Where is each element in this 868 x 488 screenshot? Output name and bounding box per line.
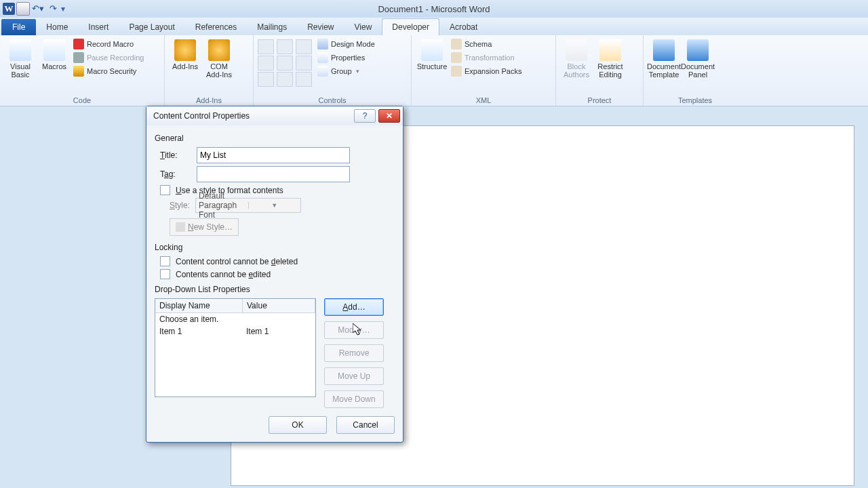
picture-control-icon[interactable] bbox=[296, 39, 312, 54]
lock-edit-label: Contents cannot be edited bbox=[176, 270, 271, 279]
window-title: Document1 - Microsoft Word bbox=[0, 4, 868, 14]
group-addins: Add-Ins COM Add-Ins Add-Ins bbox=[165, 35, 254, 106]
col-value[interactable]: Value bbox=[243, 299, 315, 312]
design-mode-button[interactable]: Design Mode bbox=[316, 38, 376, 50]
legacy-tools-icon[interactable] bbox=[296, 72, 312, 87]
block-authors-button: Block Authors bbox=[560, 37, 593, 79]
tab-insert[interactable]: Insert bbox=[78, 18, 119, 35]
group-button[interactable]: Group▾ bbox=[316, 65, 376, 77]
dialog-titlebar: Content Control Properties ? ✕ bbox=[146, 106, 403, 125]
list-item[interactable]: Item 1 Item 1 bbox=[155, 325, 315, 338]
group-xml: Structure Schema Transformation Expansio… bbox=[412, 35, 556, 106]
col-display-name[interactable]: Display Name bbox=[155, 299, 243, 312]
dropdown-control-icon[interactable] bbox=[296, 56, 312, 70]
group-title-code: Code bbox=[4, 96, 160, 106]
ribbon-tabs: File Home Insert Page Layout References … bbox=[0, 18, 868, 35]
ok-button[interactable]: OK bbox=[269, 416, 327, 434]
document-panel-button[interactable]: Document Panel bbox=[682, 37, 714, 79]
schema-button[interactable]: Schema bbox=[450, 38, 523, 50]
tab-acrobat[interactable]: Acrobat bbox=[439, 18, 488, 35]
tab-view[interactable]: View bbox=[344, 18, 382, 35]
group-title-controls: Controls bbox=[258, 96, 407, 106]
tab-developer[interactable]: Developer bbox=[382, 18, 439, 35]
record-macro-button[interactable]: Record Macro bbox=[72, 38, 145, 50]
section-dropdown-list: Drop-Down List Properties bbox=[155, 285, 395, 294]
tab-page-layout[interactable]: Page Layout bbox=[119, 18, 184, 35]
document-template-button[interactable]: Document Template bbox=[648, 37, 680, 79]
pause-recording-button: Pause Recording bbox=[72, 52, 145, 64]
plain-text-control-icon[interactable] bbox=[277, 39, 293, 54]
dialog-help-button[interactable]: ? bbox=[354, 109, 376, 123]
structure-button[interactable]: Structure bbox=[416, 37, 448, 70]
dialog-title: Content Control Properties bbox=[153, 111, 250, 121]
section-locking: Locking bbox=[155, 243, 395, 252]
dialog-close-button[interactable]: ✕ bbox=[378, 109, 400, 123]
group-templates: Document Template Document Panel Templat… bbox=[644, 35, 747, 106]
list-item[interactable]: Choose an item. bbox=[155, 313, 315, 325]
group-code: Visual Basic Macros Record Macro Pause R… bbox=[0, 35, 165, 106]
dropdown-list-box[interactable]: Display Name Value Choose an item. Item … bbox=[155, 298, 316, 397]
group-controls: Design Mode Properties Group▾ Controls bbox=[254, 35, 412, 106]
qat-customize-icon[interactable]: ▾ bbox=[61, 4, 69, 14]
tab-mailings[interactable]: Mailings bbox=[247, 18, 297, 35]
transformation-button: Transformation bbox=[450, 52, 523, 64]
building-block-control-icon[interactable] bbox=[258, 56, 274, 70]
com-addins-button[interactable]: COM Add-Ins bbox=[203, 37, 235, 79]
undo-icon[interactable]: ↶▾ bbox=[31, 3, 45, 15]
group-title-xml: XML bbox=[416, 96, 551, 106]
cancel-button[interactable]: Cancel bbox=[336, 416, 395, 434]
redo-icon[interactable]: ↷ bbox=[46, 3, 60, 15]
group-protect: Block Authors Restrict Editing Protect bbox=[556, 35, 644, 106]
lock-delete-checkbox[interactable] bbox=[160, 256, 170, 266]
word-app-icon: W bbox=[3, 3, 15, 15]
tag-label: Tag: bbox=[160, 169, 191, 179]
title-input[interactable] bbox=[197, 147, 350, 163]
style-label: Style: bbox=[170, 201, 190, 210]
remove-button: Remove bbox=[324, 344, 384, 362]
checkbox-control-icon[interactable] bbox=[277, 72, 293, 87]
group-title-templates: Templates bbox=[648, 96, 743, 106]
date-control-icon[interactable] bbox=[258, 72, 274, 87]
macros-button[interactable]: Macros bbox=[38, 37, 71, 70]
properties-button[interactable]: Properties bbox=[316, 52, 376, 64]
section-general: General bbox=[155, 134, 395, 143]
tab-file[interactable]: File bbox=[1, 19, 36, 35]
macro-security-button[interactable]: Macro Security bbox=[72, 65, 145, 77]
title-label: Title: bbox=[160, 150, 191, 160]
restrict-editing-button[interactable]: Restrict Editing bbox=[594, 37, 627, 79]
tag-input[interactable] bbox=[197, 166, 350, 182]
style-value: Default Paragraph Font bbox=[196, 191, 248, 220]
new-style-button: New Style… bbox=[170, 218, 239, 236]
tab-references[interactable]: References bbox=[185, 18, 247, 35]
use-style-checkbox[interactable] bbox=[160, 185, 170, 195]
modify-button: Modify… bbox=[324, 321, 384, 339]
tab-home[interactable]: Home bbox=[36, 18, 78, 35]
group-title-addins: Add-Ins bbox=[169, 96, 249, 106]
add-button[interactable]: Add… bbox=[324, 298, 384, 316]
addins-button[interactable]: Add-Ins bbox=[169, 37, 201, 70]
title-bar: W ↶▾ ↷ ▾ Document1 - Microsoft Word bbox=[0, 0, 868, 18]
group-title-protect: Protect bbox=[560, 96, 639, 106]
quick-access-toolbar: W ↶▾ ↷ ▾ bbox=[0, 1, 72, 17]
save-icon[interactable] bbox=[16, 2, 30, 16]
move-down-button: Move Down bbox=[324, 390, 384, 408]
ribbon: Visual Basic Macros Record Macro Pause R… bbox=[0, 35, 868, 106]
combo-box-control-icon[interactable] bbox=[277, 56, 293, 70]
chevron-down-icon: ▼ bbox=[248, 202, 301, 209]
lock-edit-checkbox[interactable] bbox=[160, 269, 170, 279]
style-combo: Default Paragraph Font ▼ bbox=[195, 198, 301, 213]
rich-text-control-icon[interactable] bbox=[258, 39, 274, 54]
new-style-icon bbox=[176, 222, 185, 232]
tab-review[interactable]: Review bbox=[297, 18, 344, 35]
content-control-properties-dialog: Content Control Properties ? ✕ General T… bbox=[146, 106, 403, 443]
visual-basic-button[interactable]: Visual Basic bbox=[4, 37, 37, 79]
move-up-button: Move Up bbox=[324, 367, 384, 385]
lock-delete-label: Content control cannot be deleted bbox=[176, 257, 298, 266]
expansion-packs-button[interactable]: Expansion Packs bbox=[450, 65, 523, 77]
